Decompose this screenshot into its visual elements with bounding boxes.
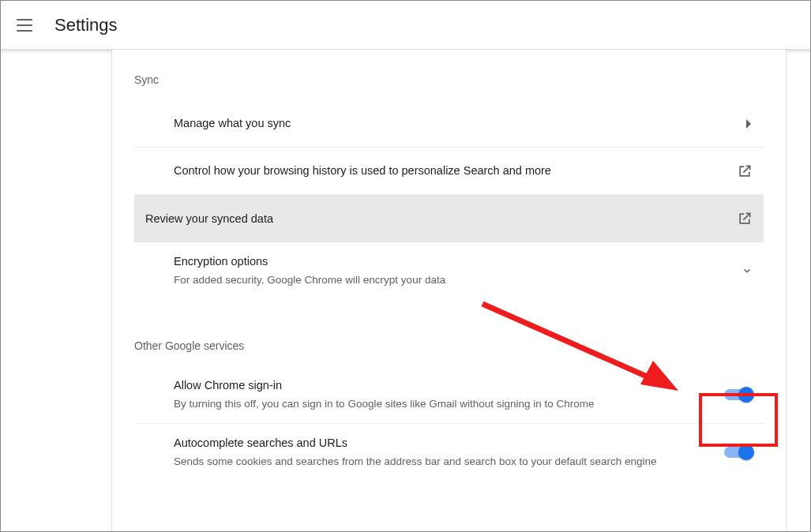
row-sublabel: For added security, Google Chrome will e… xyxy=(174,272,726,288)
page-title: Settings xyxy=(54,15,118,36)
app-header: Settings xyxy=(1,1,810,50)
row-label: Manage what you sync xyxy=(174,115,729,131)
row-sublabel: By turning this off, you can sign in to … xyxy=(174,396,708,412)
row-label: Autocomplete searches and URLs xyxy=(174,435,708,451)
row-control-history[interactable]: Control how your browsing history is use… xyxy=(134,148,764,195)
chevron-right-icon xyxy=(745,119,753,129)
chevron-down-icon xyxy=(742,265,753,276)
toggle-autocomplete[interactable] xyxy=(724,447,753,458)
row-autocomplete: Autocomplete searches and URLs Sends som… xyxy=(134,424,764,481)
row-encryption[interactable]: Encryption options For added security, G… xyxy=(134,242,764,300)
row-sublabel: Sends some cookies and searches from the… xyxy=(174,454,708,470)
section-other-title: Other Google services xyxy=(134,339,764,352)
menu-icon[interactable] xyxy=(17,14,39,36)
settings-card: Sync Manage what you sync Control how yo… xyxy=(111,50,787,531)
section-sync-title: Sync xyxy=(134,73,764,86)
content-area: Sync Manage what you sync Control how yo… xyxy=(1,50,810,531)
open-external-icon xyxy=(737,211,753,227)
row-label: Encryption options xyxy=(174,253,726,269)
open-external-icon xyxy=(737,163,753,179)
toggle-allow-signin[interactable] xyxy=(724,389,753,400)
row-manage-sync[interactable]: Manage what you sync xyxy=(134,100,764,148)
row-label: Allow Chrome sign-in xyxy=(174,377,708,393)
row-label: Control how your browsing history is use… xyxy=(174,163,721,178)
row-allow-signin: Allow Chrome sign-in By turning this off… xyxy=(134,366,764,425)
row-review-synced[interactable]: Review your synced data xyxy=(134,195,764,242)
row-label: Review your synced data xyxy=(145,211,721,227)
